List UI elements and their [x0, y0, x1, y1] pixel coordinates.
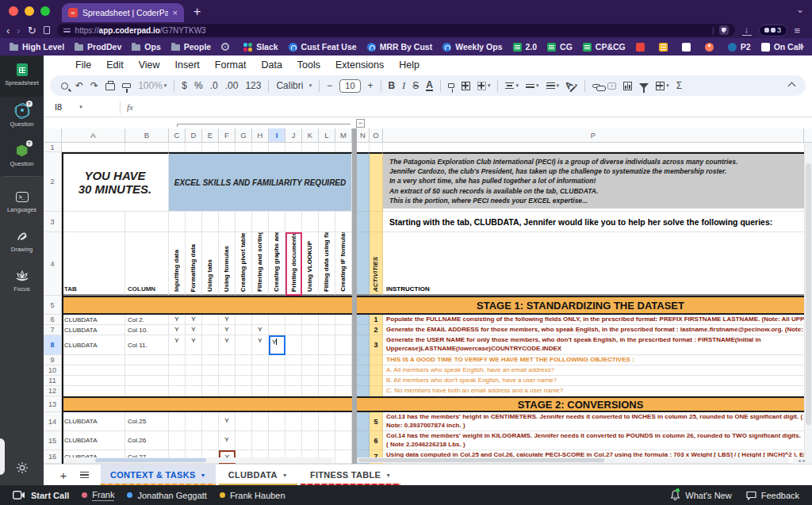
site-settings-icon[interactable]: [63, 29, 71, 33]
select-all-corner[interactable]: [44, 128, 62, 143]
mark-cell[interactable]: Y: [219, 431, 236, 450]
cell-a2-timer[interactable]: YOU HAVE 30 MINUTES.: [62, 152, 169, 212]
cell[interactable]: [319, 386, 335, 396]
cell[interactable]: [125, 376, 169, 386]
cell-p4-instruction[interactable]: INSTRUCTION: [383, 232, 804, 296]
text-wrap-icon[interactable]: ▾: [546, 82, 560, 90]
cell[interactable]: [169, 143, 186, 152]
menu-item[interactable]: File: [75, 59, 91, 71]
cell[interactable]: [219, 212, 236, 232]
sidebar-item-spreadsheet[interactable]: Spreadsheet: [0, 55, 44, 97]
tab-close-icon[interactable]: ×: [173, 8, 178, 17]
cell[interactable]: [219, 143, 236, 152]
cell[interactable]: [335, 212, 352, 232]
cell[interactable]: [252, 376, 269, 386]
row-header[interactable]: 10: [44, 365, 62, 376]
mark-cell[interactable]: Y: [169, 325, 186, 335]
cell[interactable]: [236, 212, 252, 232]
row-header[interactable]: 2: [44, 152, 62, 212]
mark-cell[interactable]: [302, 431, 319, 450]
cell-n4[interactable]: [357, 232, 370, 296]
decrease-decimal-button[interactable]: .0: [210, 80, 218, 91]
bookmark-item[interactable]: [659, 43, 672, 52]
cell[interactable]: [302, 376, 319, 386]
row-header[interactable]: 8: [44, 335, 62, 355]
mark-cell[interactable]: [269, 325, 285, 335]
mark-cell[interactable]: [285, 325, 302, 335]
functions-icon[interactable]: Σ: [676, 80, 682, 91]
verify-text[interactable]: THIS IS A GOOD TIME TO VERIFY WE HAVE ME…: [383, 355, 804, 365]
cell[interactable]: [302, 355, 319, 365]
bookmark-item[interactable]: Ops: [132, 42, 160, 52]
cell[interactable]: [319, 355, 335, 365]
collaborator-frank[interactable]: Frank: [82, 490, 114, 501]
stage1-band-left[interactable]: [62, 296, 352, 315]
sheet-tab-menu-icon[interactable]: ▼: [282, 472, 288, 478]
vertical-scrollbar[interactable]: [804, 143, 812, 464]
cell[interactable]: [269, 355, 285, 365]
hscroll-arrows[interactable]: ◂▸: [793, 457, 810, 464]
bold-button[interactable]: B: [389, 80, 396, 91]
mark-cell[interactable]: [269, 412, 285, 431]
cell-p3-query-intro[interactable]: Starting with the tab, CLUBDATA, Jennife…: [383, 212, 804, 232]
insert-link-icon[interactable]: [592, 84, 600, 88]
cell[interactable]: [62, 386, 125, 396]
hscroll-thumb[interactable]: [95, 458, 206, 462]
horizontal-scrollbar-left[interactable]: [62, 457, 333, 463]
mark-cell[interactable]: [302, 335, 319, 355]
cell[interactable]: [62, 365, 125, 376]
bookmark-item[interactable]: On Call: [761, 42, 803, 52]
row-header[interactable]: 14: [44, 412, 62, 431]
cell-col[interactable]: Col 11.: [125, 335, 169, 355]
row-header[interactable]: 16: [44, 450, 62, 464]
increase-font-size-button[interactable]: +: [368, 80, 373, 91]
cell[interactable]: [219, 386, 236, 396]
cell[interactable]: [236, 143, 252, 152]
column-header[interactable]: H: [252, 128, 269, 143]
text-rotation-icon[interactable]: A▾: [566, 81, 577, 91]
cell[interactable]: [125, 365, 169, 376]
panel-drag-handle[interactable]: [0, 438, 5, 475]
column-header[interactable]: N: [357, 128, 370, 143]
address-bar[interactable]: https://app.coderpad.io/G7NYTKW3 |: [57, 24, 735, 36]
cell[interactable]: [285, 376, 302, 386]
bookmark-item[interactable]: MRR By Cust: [367, 42, 433, 52]
table-views-icon[interactable]: ▾: [656, 82, 669, 90]
task-text[interactable]: Populate the FULLNAME consisting of the …: [383, 315, 804, 325]
mark-cell[interactable]: [302, 325, 319, 335]
cell[interactable]: [62, 143, 125, 152]
cell[interactable]: [302, 386, 319, 396]
hscroll-thumb[interactable]: [358, 458, 604, 462]
back-icon[interactable]: ‹: [6, 25, 10, 36]
mark-cell[interactable]: [236, 431, 252, 450]
row-header[interactable]: 6: [44, 315, 62, 325]
row-header[interactable]: 5: [44, 296, 62, 315]
column-header[interactable]: F: [219, 128, 236, 143]
bookmark-item[interactable]: ProdDev: [75, 42, 121, 52]
cell[interactable]: [285, 386, 302, 396]
task-text[interactable]: Generate the EMAIL ADDRESS for those mem…: [383, 325, 804, 335]
sheet-tab-clubdata[interactable]: CLUBDATA▼: [219, 465, 297, 486]
task-number[interactable]: 1: [370, 315, 383, 325]
cell-o4-activities[interactable]: ACTIVITIES: [370, 232, 383, 296]
mark-cell[interactable]: [335, 412, 352, 431]
mark-cell[interactable]: [186, 431, 202, 450]
cell[interactable]: [252, 365, 269, 376]
mark-cell[interactable]: Y: [269, 335, 285, 355]
mark-cell[interactable]: [335, 335, 352, 355]
cell[interactable]: [219, 376, 236, 386]
task-number[interactable]: 6: [370, 431, 383, 450]
menu-item[interactable]: Help: [399, 59, 419, 71]
row-header[interactable]: 12: [44, 386, 62, 396]
cell[interactable]: [125, 386, 169, 396]
bookmarks-overflow-icon[interactable]: »: [799, 41, 804, 51]
cell-b4[interactable]: COLUMN: [125, 232, 169, 296]
cell[interactable]: [236, 386, 252, 396]
new-tab-button[interactable]: +: [193, 4, 201, 20]
column-header[interactable]: O: [370, 128, 383, 143]
bookmark-item[interactable]: [705, 43, 718, 52]
skill-header-cell[interactable]: Creating graphs and charts: [269, 232, 285, 296]
cell[interactable]: [219, 355, 236, 365]
stage2-band[interactable]: STAGE 2: CONVERSIONS: [357, 396, 804, 412]
skill-header-cell[interactable]: Using formulas: [219, 232, 236, 296]
